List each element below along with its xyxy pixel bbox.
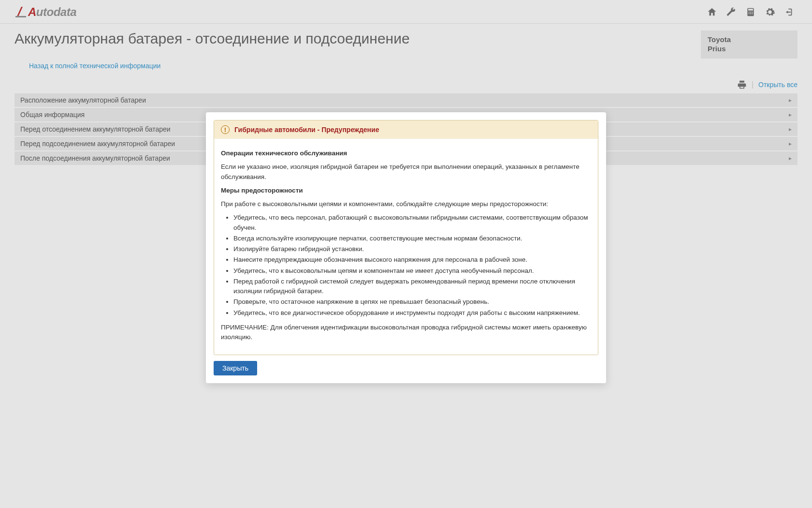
ops-heading: Операции технического обслуживания [221, 149, 591, 158]
list-item: Нанесите предупреждающие обозначения выс… [233, 255, 591, 265]
modal-overlay: ! Гибридные автомобили - Предупреждение … [0, 0, 812, 508]
warning-header: ! Гибридные автомобили - Предупреждение [214, 120, 598, 139]
warning-box: ! Гибридные автомобили - Предупреждение … [214, 120, 598, 355]
precaut-list: Убедитесь, что весь персонал, работающий… [221, 213, 591, 318]
warning-body: Операции технического обслуживания Если … [214, 139, 598, 355]
warning-modal: ! Гибридные автомобили - Предупреждение … [206, 112, 606, 383]
close-button[interactable]: Закрыть [214, 361, 257, 375]
list-item: Убедитесь, что весь персонал, работающий… [233, 213, 591, 233]
precaut-heading: Меры предосторожности [221, 186, 591, 195]
ops-text: Если не указано иное, изоляция гибридной… [221, 162, 591, 182]
list-item: Всегда используйте изолирующие перчатки,… [233, 234, 591, 243]
list-item: Убедитесь, что к высоковольтным цепям и … [233, 266, 591, 276]
list-item: Убедитесь, что все диагностическое обору… [233, 308, 591, 318]
list-item: Перед работой с гибридной системой следу… [233, 277, 591, 297]
warning-icon: ! [221, 125, 230, 134]
modal-footer: Закрыть [214, 361, 598, 375]
list-item: Проверьте, что остаточное напряжение в ц… [233, 297, 591, 307]
list-item: Изолируйте батарею гибридной установки. [233, 244, 591, 254]
precaut-intro: При работе с высоковольтными цепями и ко… [221, 199, 591, 209]
note-text: ПРИМЕЧАНИЕ: Для облегчения идентификации… [221, 323, 591, 343]
warning-title: Гибридные автомобили - Предупреждение [234, 126, 379, 134]
